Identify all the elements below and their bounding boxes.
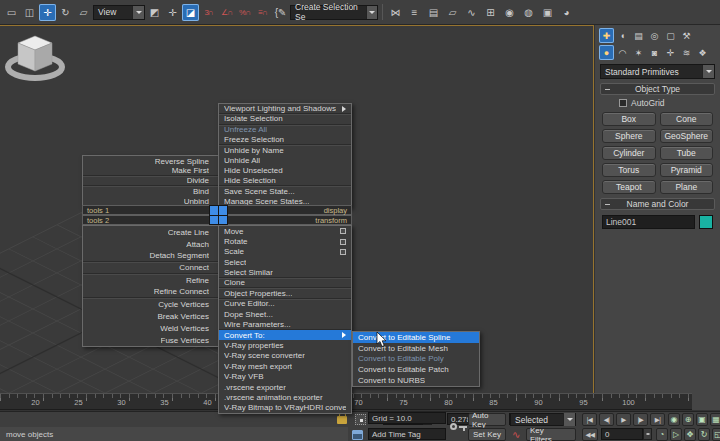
object-type-button[interactable]: Sphere: [602, 129, 656, 143]
menu-item[interactable]: Convert To:: [219, 330, 351, 340]
space-warps-category-icon[interactable]: ≋: [679, 45, 694, 60]
menu-item[interactable]: Select: [219, 257, 351, 267]
menu-item[interactable]: Bind: [83, 186, 218, 196]
named-selection-set-dropdown[interactable]: Create Selection Se: [290, 5, 378, 20]
menu-item[interactable]: .vrscene exporter: [219, 382, 351, 392]
object-type-button[interactable]: GeoSphere: [660, 129, 714, 143]
set-key-button[interactable]: Set Key: [468, 428, 506, 441]
menu-item[interactable]: Viewport Lighting and Shadows: [219, 104, 351, 114]
curve-editor-icon[interactable]: ∿: [463, 4, 480, 21]
utilities-tab-icon[interactable]: ⚒: [679, 28, 694, 43]
menu-item[interactable]: Object Properties...: [219, 288, 351, 298]
render-production-icon[interactable]: ◕: [558, 4, 575, 21]
geometry-category-icon[interactable]: ●: [599, 45, 614, 60]
helpers-category-icon[interactable]: ✛: [663, 45, 678, 60]
zoom-icon[interactable]: ⊕: [682, 413, 694, 426]
menu-item[interactable]: Unhide All: [219, 155, 351, 165]
object-type-button[interactable]: Box: [602, 112, 656, 126]
menu-item[interactable]: Unfreeze All: [219, 125, 351, 135]
display-tab-icon[interactable]: ▢: [663, 28, 678, 43]
menu-item[interactable]: Rotate: [219, 236, 351, 246]
dropdown-button[interactable]: [563, 413, 575, 426]
object-name-input[interactable]: Line001: [602, 215, 695, 229]
object-type-button[interactable]: Cylinder: [602, 146, 656, 160]
lock-selection-icon[interactable]: [337, 416, 347, 424]
set-key-mode-icon[interactable]: [450, 422, 468, 432]
prompt-window-icon[interactable]: [352, 430, 363, 440]
dropdown-button[interactable]: [132, 6, 144, 19]
pan-icon[interactable]: ✥: [684, 428, 696, 441]
angle-snap-icon[interactable]: ∠∩: [218, 4, 235, 21]
menu-item[interactable]: Save Scene State...: [219, 186, 351, 196]
menu-item[interactable]: Curve Editor...: [219, 299, 351, 309]
previous-frame-icon[interactable]: ◀|: [599, 413, 614, 426]
menu-item[interactable]: Select Similar: [219, 268, 351, 278]
menu-item[interactable]: Convert to Editable Patch: [353, 364, 479, 375]
menu-item[interactable]: Move: [219, 226, 351, 236]
menu-item[interactable]: Convert to NURBS: [353, 375, 479, 386]
shapes-category-icon[interactable]: ◠: [615, 45, 630, 60]
menu-item[interactable]: Convert to Editable Mesh: [353, 343, 479, 354]
key-mode-toggle-icon[interactable]: ◉: [668, 413, 680, 426]
menu-item[interactable]: Weld Vertices: [83, 322, 218, 334]
menu-item[interactable]: Refine: [83, 274, 218, 286]
current-frame-field[interactable]: 0: [601, 428, 643, 440]
go-to-previous-key-icon[interactable]: ◀◀: [582, 428, 598, 441]
rendered-frame-window-icon[interactable]: ▣: [539, 4, 556, 21]
next-frame-icon[interactable]: |▶: [633, 413, 648, 426]
settings-box-icon[interactable]: [340, 239, 346, 245]
menu-item[interactable]: Make First: [83, 166, 218, 176]
menu-item[interactable]: Scale: [219, 247, 351, 257]
menu-item[interactable]: V-Ray Bitmap to VRayHDRI converter: [219, 403, 351, 413]
key-tangent-icon[interactable]: ∿: [512, 428, 520, 441]
object-type-button[interactable]: Plane: [660, 180, 714, 194]
frame-spinner[interactable]: [643, 428, 652, 440]
menu-item[interactable]: Create Line: [83, 226, 218, 238]
menu-item[interactable]: Detach Segment: [83, 250, 218, 262]
folder-icon[interactable]: ▱: [444, 4, 461, 21]
mirror-icon[interactable]: ⋈: [387, 4, 404, 21]
select-region-icon[interactable]: ▭: [3, 4, 20, 21]
motion-tab-icon[interactable]: ◎: [647, 28, 662, 43]
select-and-move-icon[interactable]: ✛: [39, 4, 56, 21]
align-icon[interactable]: ≡: [406, 4, 423, 21]
object-color-swatch[interactable]: [699, 215, 713, 229]
layer-manager-icon[interactable]: ▤: [425, 4, 442, 21]
object-type-button[interactable]: Torus: [602, 163, 656, 177]
key-filters-button[interactable]: Key Filters...: [526, 428, 576, 441]
orbit-icon[interactable]: ↻: [698, 428, 710, 441]
menu-item[interactable]: Dope Sheet...: [219, 309, 351, 319]
menu-item[interactable]: Reverse Spline: [83, 156, 218, 166]
material-editor-icon[interactable]: ◉: [501, 4, 518, 21]
edit-named-selections-icon[interactable]: {✎: [272, 4, 289, 21]
object-type-button[interactable]: Cone: [660, 112, 714, 126]
reference-coordinate-dropdown[interactable]: View: [93, 5, 145, 20]
menu-item[interactable]: Freeze Selection: [219, 135, 351, 145]
render-setup-icon[interactable]: ◍: [520, 4, 537, 21]
snap-3d-icon[interactable]: 3∩: [200, 4, 217, 21]
modify-tab-icon[interactable]: ◖: [615, 28, 630, 43]
spinner-snap-icon[interactable]: ≡∩: [254, 4, 271, 21]
go-to-end-icon[interactable]: ▶|: [650, 413, 665, 426]
play-icon[interactable]: ▶: [616, 413, 631, 426]
menu-item[interactable]: Hide Selection: [219, 176, 351, 186]
menu-item[interactable]: .vrscene animation exporter: [219, 392, 351, 402]
menu-item[interactable]: Divide: [83, 176, 218, 186]
menu-item[interactable]: V-Ray properties: [219, 340, 351, 350]
menu-item[interactable]: Hide Unselected: [219, 166, 351, 176]
name-and-color-rollout[interactable]: Name and Color: [600, 198, 715, 210]
schematic-view-icon[interactable]: ⊞: [482, 4, 499, 21]
dropdown-button[interactable]: [702, 65, 714, 78]
autogrid-checkbox[interactable]: [619, 99, 627, 107]
select-and-scale-icon[interactable]: ▱: [75, 4, 92, 21]
hierarchy-tab-icon[interactable]: ▤: [631, 28, 646, 43]
cameras-category-icon[interactable]: ◙: [647, 45, 662, 60]
menu-item[interactable]: Wire Parameters...: [219, 320, 351, 330]
zoom-extents-all-icon[interactable]: ▦: [710, 413, 720, 426]
object-type-rollout[interactable]: Object Type: [600, 83, 715, 95]
object-type-button[interactable]: Pyramid: [660, 163, 714, 177]
dropdown-button[interactable]: [366, 6, 377, 19]
menu-item[interactable]: Connect: [83, 262, 218, 274]
time-configuration-icon[interactable]: ◔: [656, 428, 668, 441]
select-and-place-icon[interactable]: ✛: [164, 4, 181, 21]
